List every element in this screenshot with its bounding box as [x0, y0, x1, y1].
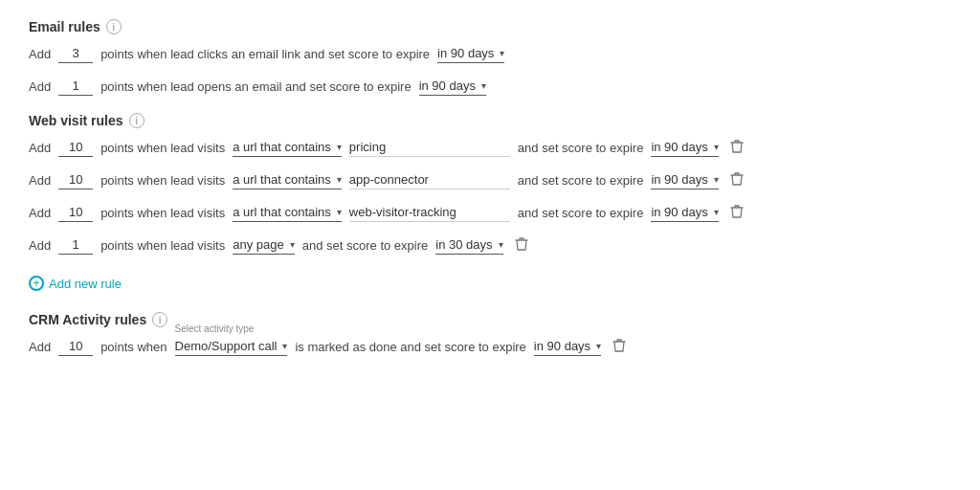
- chevron-down-icon: ▾: [714, 174, 719, 185]
- email-desc-1: points when lead clicks an email link an…: [100, 47, 430, 61]
- web-url-input-3[interactable]: [349, 203, 510, 222]
- email-add-label-1: Add: [29, 47, 51, 61]
- crm-activity-select-wrapper: Select activity type Demo/Support call ▾: [175, 337, 288, 356]
- crm-activity-select-1[interactable]: Demo/Support call ▾: [175, 337, 288, 356]
- chevron-down-icon: ▾: [596, 341, 601, 351]
- web-rules-info-icon[interactable]: i: [129, 113, 145, 128]
- web-add-label-3: Add: [29, 206, 51, 220]
- add-new-rule-label: Add new rule: [49, 277, 122, 291]
- crm-delete-btn-1[interactable]: [612, 338, 626, 356]
- email-add-label-2: Add: [29, 79, 51, 94]
- chevron-down-icon: ▾: [481, 80, 486, 91]
- web-desc-suffix-1: and set score to expire: [518, 141, 644, 155]
- web-desc-prefix-3: points when lead visits: [100, 206, 225, 220]
- add-circle-icon: +: [29, 276, 44, 291]
- email-rules-label: Email rules: [29, 19, 100, 34]
- web-desc-prefix-1: points when lead visits: [100, 141, 225, 155]
- web-url-type-select-2[interactable]: a url that contains ▾: [233, 170, 342, 189]
- web-add-label-4: Add: [29, 238, 51, 253]
- web-expire-select-4[interactable]: in 30 days ▾: [435, 235, 502, 255]
- chevron-down-icon: ▾: [337, 174, 342, 185]
- email-rules-info-icon[interactable]: i: [106, 19, 122, 34]
- chevron-down-icon: ▾: [714, 142, 719, 152]
- web-delete-btn-3[interactable]: [730, 204, 744, 222]
- web-points-input-1[interactable]: [58, 138, 93, 157]
- crm-expire-select-1[interactable]: in 90 days ▾: [534, 337, 601, 356]
- email-expire-select-1[interactable]: in 90 days ▾: [437, 44, 504, 63]
- chevron-down-icon: ▾: [499, 239, 503, 250]
- crm-select-activity-type-label: Select activity type: [175, 323, 255, 334]
- chevron-down-icon: ▾: [337, 207, 342, 217]
- web-desc-prefix-2: points when lead visits: [100, 173, 225, 188]
- web-points-input-3[interactable]: [58, 203, 93, 222]
- web-url-input-2[interactable]: [349, 170, 510, 189]
- email-expire-select-2[interactable]: in 90 days ▾: [419, 77, 486, 96]
- crm-rules-label: CRM Activity rules: [29, 312, 146, 327]
- crm-rule-row-1: Add points when Select activity type Dem…: [29, 337, 951, 356]
- chevron-down-icon: ▾: [282, 341, 287, 351]
- web-rule-row-1: Add points when lead visits a url that c…: [29, 138, 951, 157]
- email-desc-2: points when lead opens an email and set …: [100, 79, 411, 94]
- crm-points-input-1[interactable]: [58, 337, 93, 356]
- web-desc-prefix-4: points when lead visits: [100, 238, 225, 253]
- web-desc-suffix-4: and set score to expire: [302, 238, 429, 253]
- web-rules-title: Web visit rules i: [29, 113, 951, 128]
- web-rule-row-4: Add points when lead visits any page ▾ a…: [29, 235, 951, 255]
- web-rule-row-2: Add points when lead visits a url that c…: [29, 170, 951, 189]
- web-rule-row-3: Add points when lead visits a url that c…: [29, 203, 951, 222]
- web-rules-label: Web visit rules: [29, 113, 123, 128]
- web-expire-select-3[interactable]: in 90 days ▾: [651, 203, 718, 222]
- crm-desc-prefix-1: points when: [100, 340, 167, 354]
- web-url-type-select-4[interactable]: any page ▾: [233, 235, 295, 255]
- web-expire-select-2[interactable]: in 90 days ▾: [651, 170, 718, 189]
- chevron-down-icon: ▾: [500, 48, 504, 58]
- crm-rules-title: CRM Activity rules i: [29, 312, 951, 327]
- web-url-type-select-3[interactable]: a url that contains ▾: [233, 203, 342, 222]
- web-url-input-1[interactable]: [349, 138, 510, 157]
- web-expire-select-1[interactable]: in 90 days ▾: [651, 138, 718, 157]
- chevron-down-icon: ▾: [290, 239, 295, 250]
- web-desc-suffix-2: and set score to expire: [518, 173, 644, 188]
- email-rule-row-1: Add points when lead clicks an email lin…: [29, 44, 951, 63]
- web-url-type-select-1[interactable]: a url that contains ▾: [233, 138, 342, 157]
- add-new-rule-button[interactable]: + Add new rule: [29, 276, 122, 291]
- email-rules-title: Email rules i: [29, 19, 951, 34]
- web-delete-btn-2[interactable]: [730, 171, 744, 189]
- crm-desc-suffix-1: is marked as done and set score to expir…: [295, 340, 525, 354]
- web-desc-suffix-3: and set score to expire: [518, 206, 644, 220]
- chevron-down-icon: ▾: [714, 207, 719, 217]
- web-points-input-4[interactable]: [58, 235, 93, 255]
- web-delete-btn-4[interactable]: [515, 236, 528, 255]
- crm-add-label-1: Add: [29, 340, 51, 354]
- email-rule-row-2: Add points when lead opens an email and …: [29, 77, 951, 96]
- crm-rules-info-icon[interactable]: i: [152, 312, 167, 327]
- email-points-input-2[interactable]: [58, 77, 93, 96]
- web-delete-btn-1[interactable]: [730, 139, 744, 157]
- chevron-down-icon: ▾: [337, 142, 342, 152]
- email-points-input-1[interactable]: [58, 44, 93, 63]
- web-add-label-2: Add: [29, 173, 51, 188]
- web-points-input-2[interactable]: [58, 170, 93, 189]
- web-add-label-1: Add: [29, 141, 51, 155]
